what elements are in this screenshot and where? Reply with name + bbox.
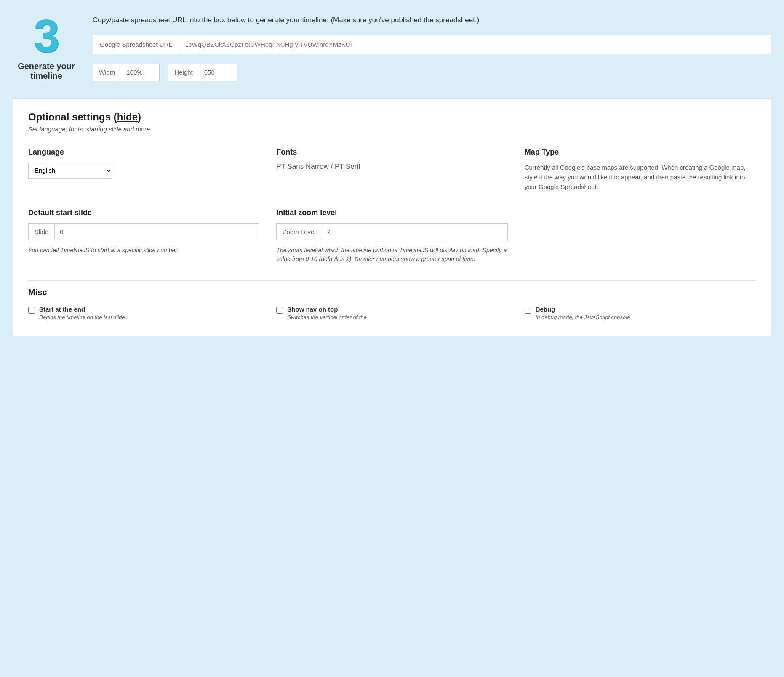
settings-grid-row1: Language English Arabic Armenian Basque … xyxy=(28,148,756,192)
top-section: 3 Generate your timeline Copy/paste spre… xyxy=(13,13,771,85)
start-at-end-checkbox[interactable] xyxy=(28,307,35,314)
settings-grid-row2: Default start slide Slide You can tell T… xyxy=(28,208,756,264)
fonts-label: Fonts xyxy=(276,148,507,157)
misc-grid: Start at the end Begins the timeline on … xyxy=(28,306,756,320)
language-label: Language xyxy=(28,148,259,157)
width-input[interactable] xyxy=(121,64,159,81)
hide-link[interactable]: hide xyxy=(117,111,138,123)
language-select[interactable]: English Arabic Armenian Basque Chinese C… xyxy=(28,163,112,179)
divider xyxy=(28,280,756,281)
height-label: Height xyxy=(168,64,199,81)
default-start-slide-section: Default start slide Slide You can tell T… xyxy=(28,208,259,264)
misc-item-show-nav-on-top: Show nav on top Switches the vertical or… xyxy=(276,306,507,320)
default-start-slide-label: Default start slide xyxy=(28,208,259,217)
empty-section xyxy=(525,208,756,264)
debug-desc: In debug mode, the JavaScript console xyxy=(536,314,630,320)
zoom-input[interactable] xyxy=(322,224,356,240)
height-group: Height xyxy=(168,64,237,81)
height-input[interactable] xyxy=(199,64,237,81)
map-type-label: Map Type xyxy=(525,148,756,157)
page-container: 3 Generate your timeline Copy/paste spre… xyxy=(0,0,784,677)
optional-settings-panel: Optional settings (hide) Set language, f… xyxy=(13,98,771,336)
show-nav-on-top-label: Show nav on top xyxy=(287,306,367,313)
dimensions-row: Width Height xyxy=(93,64,771,81)
optional-settings-subtitle: Set language, fonts, starting slide and … xyxy=(28,125,756,133)
misc-item-debug: Debug In debug mode, the JavaScript cons… xyxy=(525,306,756,320)
fonts-value: PT Sans Narrow / PT Serif xyxy=(276,163,507,171)
debug-label: Debug xyxy=(536,306,630,313)
start-at-end-label: Start at the end xyxy=(39,306,126,313)
misc-item-start-at-end: Start at the end Begins the timeline on … xyxy=(28,306,259,320)
map-type-section: Map Type Currently all Google's base map… xyxy=(525,148,756,192)
zoom-group: Zoom Level xyxy=(276,223,507,240)
url-input[interactable] xyxy=(179,35,771,54)
start-at-end-desc: Begins the timeline on the last slide. xyxy=(39,314,126,320)
step-badge: 3 Generate your timeline xyxy=(13,13,80,81)
fonts-section: Fonts PT Sans Narrow / PT Serif xyxy=(276,148,507,192)
step-number: 3 xyxy=(33,13,59,59)
zoom-label: Zoom Level xyxy=(277,224,322,240)
debug-checkbox[interactable] xyxy=(525,307,531,314)
show-nav-on-top-checkbox[interactable] xyxy=(276,307,283,314)
language-section: Language English Arabic Armenian Basque … xyxy=(28,148,259,192)
slide-group: Slide xyxy=(28,223,259,240)
width-label: Width xyxy=(93,64,121,81)
slide-description: You can tell TimelineJS to start at a sp… xyxy=(28,246,259,255)
misc-section: Misc Start at the end Begins the timelin… xyxy=(28,288,756,320)
initial-zoom-section: Initial zoom level Zoom Level The zoom l… xyxy=(276,208,507,264)
map-type-description: Currently all Google's base maps are sup… xyxy=(525,163,756,192)
initial-zoom-label: Initial zoom level xyxy=(276,208,507,217)
show-nav-on-top-desc: Switches the vertical order of the xyxy=(287,314,367,320)
url-row: Google Spreadsheet URL xyxy=(93,35,771,54)
width-group: Width xyxy=(93,64,160,81)
step-content: Copy/paste spreadsheet URL into the box … xyxy=(93,13,771,85)
zoom-description: The zoom level at which the timeline por… xyxy=(276,246,507,264)
url-field-label: Google Spreadsheet URL xyxy=(93,35,179,54)
step-label: Generate your timeline xyxy=(18,61,75,81)
step-description: Copy/paste spreadsheet URL into the box … xyxy=(93,15,771,26)
optional-settings-title: Optional settings (hide) xyxy=(28,111,756,123)
slide-input[interactable] xyxy=(55,224,88,240)
misc-title: Misc xyxy=(28,288,756,297)
slide-label: Slide xyxy=(29,224,55,240)
